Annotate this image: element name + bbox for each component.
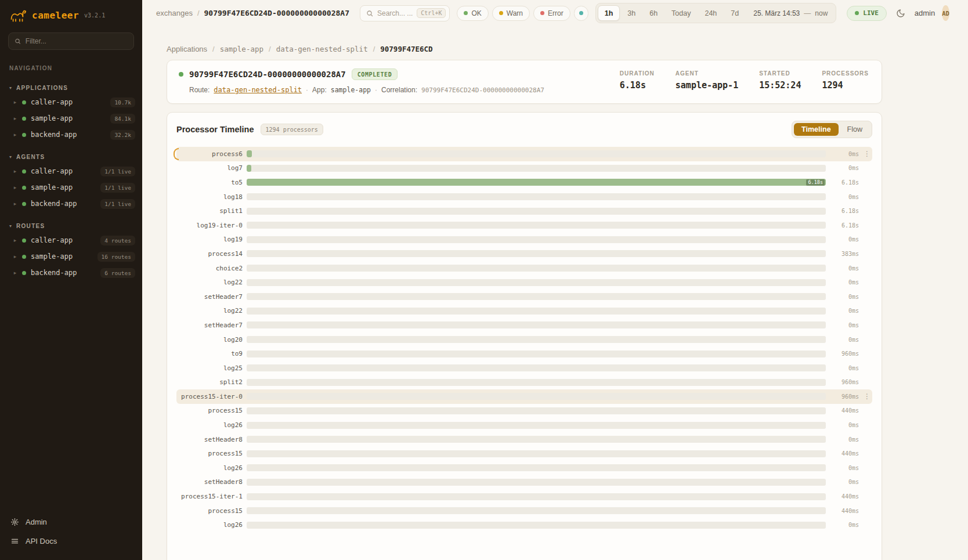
timeline-track	[247, 250, 826, 257]
timeline-row[interactable]: split16.18s	[176, 204, 872, 218]
time-range-control: 1h3h6hToday24h7d 25. März 14:53 — now	[595, 3, 837, 23]
sidebar-item-caller-app[interactable]: ▸caller-app4 routes	[0, 232, 142, 248]
chevron-right-icon: ▸	[13, 115, 17, 121]
timeline-row[interactable]: to56.18s6.18s	[176, 175, 872, 190]
timeline-row[interactable]: process15-iter-0960ms⋮	[176, 389, 872, 404]
filter-input[interactable]	[26, 37, 128, 45]
sidebar-item-admin[interactable]: Admin	[0, 512, 142, 532]
row-duration: 0ms	[830, 236, 859, 243]
stat-value: 1294	[822, 80, 869, 91]
row-duration: 440ms	[830, 508, 859, 514]
status-dot-icon	[22, 239, 26, 243]
timeline-row[interactable]: log19-iter-06.18s	[176, 218, 872, 233]
timeline-row[interactable]: log70ms	[176, 161, 872, 176]
range-button-1h[interactable]: 1h	[598, 5, 620, 21]
processor-name: log19-iter-0	[178, 222, 243, 229]
timeline-row[interactable]: process15-iter-1440ms	[176, 489, 872, 504]
date-range[interactable]: 25. März 14:53 — now	[753, 9, 828, 17]
timeline-row[interactable]: log220ms	[176, 304, 872, 319]
processor-count-badge: 1294 processors	[261, 124, 323, 135]
avatar[interactable]: AD	[942, 5, 949, 21]
item-badge: 32.2k	[110, 130, 135, 140]
date-to: now	[815, 9, 828, 17]
filter-chip-error[interactable]: Error	[533, 6, 570, 21]
sidebar-item-backend-app[interactable]: ▸backend-app6 routes	[0, 265, 142, 281]
timeline-row[interactable]: process15440ms	[176, 404, 872, 418]
timeline-track	[247, 436, 826, 443]
stat-processors: PROCESSORS1294	[822, 70, 869, 91]
chevron-right-icon: ▸	[13, 168, 17, 174]
breadcrumb-link[interactable]: Applications	[167, 45, 207, 53]
section-header-agents[interactable]: ▾AGENTS	[0, 151, 142, 163]
item-badge: 84.1k	[110, 114, 135, 124]
timeline-track	[247, 422, 826, 429]
search-input[interactable]: Search... ... Ctrl+K	[360, 5, 450, 21]
timeline-row[interactable]: log250ms	[176, 361, 872, 375]
chevron-right-icon: ▸	[13, 270, 17, 276]
timeline-row[interactable]: log260ms	[176, 518, 872, 532]
timeline-row[interactable]: setHeader80ms	[176, 432, 872, 447]
route-label: Route:	[189, 86, 210, 94]
range-button-today[interactable]: Today	[665, 5, 697, 21]
timeline-row[interactable]: log200ms	[176, 333, 872, 347]
sidebar-item-sample-app[interactable]: ▸sample-app1/1 live	[0, 179, 142, 196]
timeline-track: 6.18s	[247, 179, 826, 186]
timeline-row[interactable]: log220ms	[176, 275, 872, 290]
breadcrumb-link[interactable]: data-gen-nested-split	[276, 45, 368, 53]
sidebar-item-sample-app[interactable]: ▸sample-app16 routes	[0, 248, 142, 265]
timeline-row[interactable]: process15440ms	[176, 504, 872, 518]
timeline-row[interactable]: setHeader70ms	[176, 290, 872, 304]
status-dot-icon	[22, 100, 26, 104]
processor-name: log7	[178, 164, 243, 172]
timeline-row[interactable]: process15440ms	[176, 446, 872, 461]
section-header-applications[interactable]: ▾APPLICATIONS	[0, 82, 142, 94]
date-from: 25. März 14:53	[753, 9, 800, 17]
range-button-6h[interactable]: 6h	[643, 5, 664, 21]
row-menu-icon[interactable]: ⋮	[863, 393, 871, 400]
breadcrumb-separator: /	[269, 45, 271, 53]
sidebar-item-caller-app[interactable]: ▸caller-app1/1 live	[0, 163, 142, 179]
timeline-row[interactable]: split2960ms	[176, 375, 872, 390]
timeline-row[interactable]: to9960ms	[176, 346, 872, 361]
range-button-24h[interactable]: 24h	[698, 5, 723, 21]
timeline-row[interactable]: process60ms⋮	[176, 147, 872, 161]
breadcrumb-link[interactable]: sample-app	[220, 45, 263, 53]
sidebar-item-caller-app[interactable]: ▸caller-app10.7k	[0, 94, 142, 110]
sidebar-item-api-docs[interactable]: API Docs	[0, 532, 142, 551]
timeline-row[interactable]: log260ms	[176, 418, 872, 432]
processor-name: process15-iter-0	[178, 393, 243, 400]
topbar: exchanges / 90799F47E6CD24D-000000000000…	[142, 0, 968, 26]
timeline-track	[247, 336, 826, 343]
row-menu-icon[interactable]: ⋮	[863, 150, 871, 157]
timeline-row[interactable]: log180ms	[176, 190, 872, 204]
logo[interactable]: cameleer v3.2.1	[0, 0, 142, 28]
item-badge: 4 routes	[100, 236, 135, 245]
section-header-routes[interactable]: ▾ROUTES	[0, 220, 142, 232]
breadcrumb-exchanges-link[interactable]: exchanges	[156, 9, 193, 17]
row-duration: 0ms	[830, 522, 859, 528]
processor-name: process6	[178, 150, 243, 158]
live-badge[interactable]: LIVE	[847, 6, 887, 21]
sidebar-item-backend-app[interactable]: ▸backend-app1/1 live	[0, 196, 142, 212]
filter-chip-color[interactable]	[574, 6, 588, 21]
app-root: cameleer v3.2.1 NAVIGATION ▾APPLICATIONS…	[0, 0, 968, 560]
stat-label: AGENT	[676, 70, 738, 77]
timeline-row[interactable]: process14383ms	[176, 247, 872, 261]
theme-toggle-button[interactable]	[894, 6, 908, 20]
status-dot-icon	[22, 186, 26, 190]
timeline-row[interactable]: setHeader80ms	[176, 475, 872, 490]
sidebar-item-backend-app[interactable]: ▸backend-app32.2k	[0, 127, 142, 143]
route-link[interactable]: data-gen-nested-split	[214, 86, 302, 94]
filter-chip-warn[interactable]: Warn	[492, 6, 530, 21]
timeline-row[interactable]: log190ms	[176, 233, 872, 247]
timeline-row[interactable]: choice20ms	[176, 261, 872, 276]
view-flow-button[interactable]: Flow	[840, 123, 870, 136]
filter-chip-ok[interactable]: OK	[457, 6, 488, 21]
view-timeline-button[interactable]: Timeline	[794, 123, 838, 136]
timeline-row[interactable]: setHeader70ms	[176, 318, 872, 333]
range-button-7d[interactable]: 7d	[724, 5, 745, 21]
sidebar-item-sample-app[interactable]: ▸sample-app84.1k	[0, 110, 142, 127]
timeline-row[interactable]: log260ms	[176, 461, 872, 475]
range-button-3h[interactable]: 3h	[621, 5, 642, 21]
timeline-track	[247, 351, 826, 357]
